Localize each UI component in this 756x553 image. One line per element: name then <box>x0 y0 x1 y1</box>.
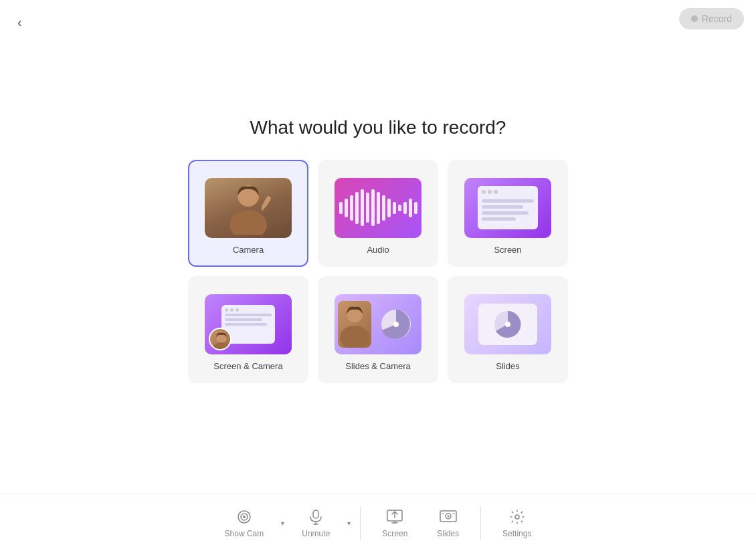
bottom-bar: Show Cam ▾ Unmute ▾ <box>0 493 756 553</box>
camera-label: Camera <box>233 245 264 255</box>
slides-camera-card[interactable]: Slides & Camera <box>318 276 438 383</box>
bottom-group-center: Screen Slides <box>367 503 474 544</box>
camera-icon-wrap <box>205 178 292 238</box>
slides-label: Slides <box>496 361 519 371</box>
back-icon: ‹ <box>17 15 22 29</box>
screen-cam-composite <box>205 294 292 354</box>
options-grid: Camera <box>188 160 568 383</box>
screen-label: Screen <box>494 245 521 255</box>
page-title: What would you like to record? <box>250 117 506 138</box>
divider-2 <box>480 507 481 540</box>
audio-card[interactable]: Audio <box>318 160 438 267</box>
audio-label: Audio <box>367 245 389 255</box>
screen-bottom-icon <box>386 508 403 526</box>
screen-card[interactable]: Screen <box>448 160 568 267</box>
unmute-label: Unmute <box>302 529 330 538</box>
slides-camera-label: Slides & Camera <box>345 361 411 371</box>
svg-point-5 <box>340 326 369 348</box>
camera-bottom-icon <box>235 508 253 526</box>
unmute-group: Unmute ▾ <box>287 503 353 544</box>
bottom-group-right: Settings <box>488 503 546 544</box>
show-cam-group: Show Cam ▾ <box>210 503 288 544</box>
audio-wave <box>335 189 421 226</box>
record-button[interactable]: Record <box>679 8 744 29</box>
settings-label: Settings <box>502 529 531 538</box>
slidescam-pie-svg <box>379 307 413 342</box>
svg-rect-13 <box>313 510 318 518</box>
svg-point-21 <box>447 516 449 518</box>
screen-icon-wrap <box>464 178 551 238</box>
screen-dots <box>482 190 534 194</box>
show-cam-arrow-icon: ▾ <box>281 520 284 527</box>
camera-card[interactable]: Camera <box>188 160 308 267</box>
unmute-button[interactable]: Unmute <box>287 503 345 544</box>
slides-pie-svg <box>492 309 523 340</box>
settings-icon <box>508 508 526 526</box>
record-label: Record <box>702 13 732 24</box>
show-cam-label: Show Cam <box>225 529 264 538</box>
slides-composite <box>464 294 551 354</box>
unmute-arrow-icon: ▾ <box>347 520 351 527</box>
slides-bottom-button[interactable]: Slides <box>422 503 474 544</box>
main-content: What would you like to record? Camer <box>0 0 756 486</box>
camera-person-svg <box>225 181 272 235</box>
mic-icon <box>307 508 324 526</box>
camera-bg <box>205 178 292 238</box>
svg-point-24 <box>515 515 519 519</box>
divider-1 <box>360 507 361 540</box>
slides-bottom-icon <box>440 508 457 526</box>
bottom-group-left: Show Cam ▾ Unmute ▾ <box>210 503 354 544</box>
settings-button[interactable]: Settings <box>488 503 546 544</box>
screen-bottom-label: Screen <box>382 529 407 538</box>
screen-bottom-button[interactable]: Screen <box>367 503 422 544</box>
svg-point-9 <box>505 322 510 327</box>
unmute-arrow-button[interactable]: ▾ <box>345 514 353 532</box>
slides-icon-wrap <box>464 294 551 354</box>
show-cam-arrow-button[interactable]: ▾ <box>278 514 287 532</box>
back-button[interactable]: ‹ <box>12 12 27 33</box>
screen-mockup <box>478 186 538 229</box>
screencam-person-svg <box>210 329 231 350</box>
svg-point-1 <box>229 210 267 235</box>
show-cam-button[interactable]: Show Cam <box>210 503 279 544</box>
slides-bottom-label: Slides <box>437 529 459 538</box>
svg-point-12 <box>243 516 246 518</box>
slides-card[interactable]: Slides <box>448 276 568 383</box>
screen-camera-card[interactable]: Screen & Camera <box>188 276 308 383</box>
audio-icon-wrap <box>335 178 421 238</box>
slidescam-person-svg <box>338 301 371 348</box>
screen-camera-icon-wrap <box>205 294 292 354</box>
slides-camera-icon-wrap <box>335 294 421 354</box>
screen-camera-label: Screen & Camera <box>213 361 282 371</box>
record-dot-icon <box>691 15 698 22</box>
svg-point-7 <box>393 322 399 327</box>
slides-cam-composite <box>335 294 421 354</box>
